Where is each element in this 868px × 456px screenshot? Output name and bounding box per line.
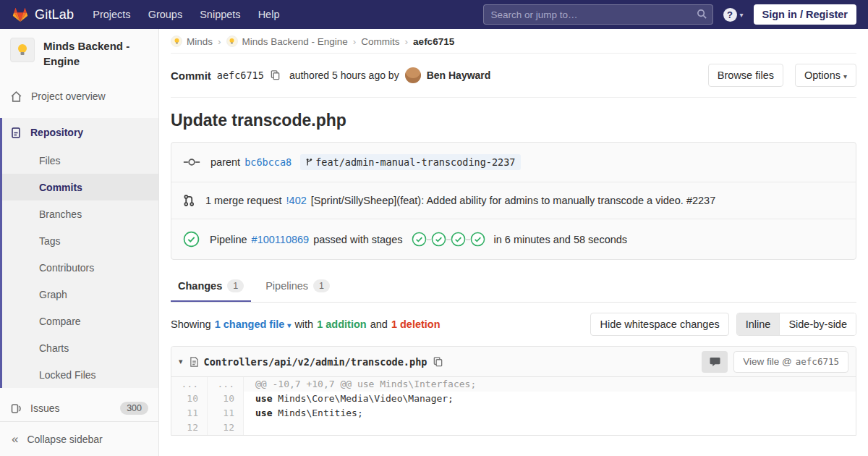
nav-item-projects[interactable]: Projects [93, 9, 130, 20]
nav-item-groups[interactable]: Groups [148, 9, 183, 20]
code-keyword: use [255, 408, 272, 418]
tab-changes[interactable]: Changes 1 [171, 271, 251, 302]
sidebar-item-issues[interactable]: Issues 300 [0, 394, 158, 423]
sidebar-item-graph[interactable]: Graph [2, 281, 158, 308]
view-file-sha: aefc6715 [796, 356, 839, 367]
commit-sha: aefc6715 [217, 69, 264, 81]
stage-passed-icon[interactable] [431, 232, 446, 247]
commit-header: Commit aefc6715 authored 5 hours ago by … [171, 54, 856, 98]
diff-view-toggle: Inline Side-by-side [736, 313, 856, 336]
chevron-down-icon: ▾ [843, 72, 847, 80]
collapse-label: Collapse sidebar [27, 434, 102, 445]
view-file-label: View file @ [743, 356, 791, 367]
pipeline-id-link[interactable]: #100110869 [252, 234, 310, 245]
inline-view-button[interactable]: Inline [737, 313, 780, 335]
new-line-number[interactable]: 11 [208, 406, 244, 421]
commit-label: Commit [171, 69, 211, 82]
tab-label: Changes [178, 280, 222, 292]
search-icon[interactable] [697, 9, 707, 22]
sign-in-button[interactable]: Sign in / Register [754, 4, 856, 25]
mr-title: [Sprint/SillySheep](feat): Added ability… [311, 195, 715, 206]
tab-pipelines[interactable]: Pipelines 1 [258, 271, 337, 302]
new-line-number: ... [208, 377, 244, 392]
breadcrumb-label: Minds Backend - Engine [242, 36, 348, 47]
hide-whitespace-button[interactable]: Hide whitespace changes [590, 313, 728, 336]
sidebar-item-charts[interactable]: Charts [2, 334, 158, 361]
options-button[interactable]: Options▾ [795, 64, 856, 87]
browse-files-button[interactable]: Browse files [708, 64, 783, 87]
tab-label: Pipelines [265, 280, 308, 292]
new-line-number[interactable]: 12 [208, 421, 244, 435]
copy-icon[interactable] [270, 69, 281, 81]
collapse-diff-icon[interactable]: ▾ [179, 357, 183, 366]
repository-section: Repository Files Commits Branches Tags C… [0, 118, 158, 388]
commit-icon [183, 157, 200, 167]
collapse-sidebar-button[interactable]: « Collapse sidebar [0, 421, 158, 456]
sidebar-item-repository[interactable]: Repository [2, 118, 158, 147]
sidebar-item-contributors[interactable]: Contributors [2, 254, 158, 281]
breadcrumb-commits[interactable]: Commits [361, 36, 399, 47]
merge-request-icon [183, 194, 195, 207]
options-label: Options [804, 69, 841, 81]
brand-name[interactable]: GitLab [35, 7, 74, 22]
sidebar-item-tags[interactable]: Tags [2, 227, 158, 254]
parent-sha-link[interactable]: bc6bcca8 [244, 156, 292, 168]
deletions-count: 1 deletion [391, 318, 441, 330]
stage-passed-icon[interactable] [451, 232, 466, 247]
hunk-header-text: @@ -10,7 +10,7 @@ use Minds\Interfaces; [244, 377, 476, 392]
stage-passed-icon[interactable] [470, 232, 485, 247]
sidebar-item-locked-files[interactable]: Locked Files [2, 361, 158, 388]
sidebar-item-commits[interactable]: Commits [2, 174, 158, 200]
nav-item-help[interactable]: Help [258, 9, 280, 20]
search-input[interactable] [483, 4, 713, 25]
view-file-button[interactable]: View file @ aefc6715 [733, 351, 848, 373]
old-line-number[interactable]: 12 [171, 421, 208, 435]
code-line: use Minds\Core\Media\Video\Manager; [244, 392, 454, 406]
pipelines-count-badge: 1 [313, 279, 330, 292]
authored-text: authored 5 hours ago by [289, 69, 399, 81]
project-mini-avatar [226, 35, 238, 47]
additions-count: 1 addition [317, 318, 366, 330]
project-title[interactable]: Minds Backend - Engine [43, 38, 148, 69]
code-line: use Minds\Entities; [244, 406, 363, 421]
code-line [244, 421, 255, 435]
changed-files-dropdown[interactable]: 1 changed file ▾ [215, 318, 292, 330]
sidebar-item-branches[interactable]: Branches [2, 200, 158, 227]
pipeline-label: Pipeline [210, 234, 247, 245]
project-header[interactable]: Minds Backend - Engine [0, 29, 158, 76]
stage-passed-icon[interactable] [412, 232, 427, 247]
breadcrumb-label: Commits [361, 36, 399, 47]
sidebar: Minds Backend - Engine Project overview … [0, 29, 159, 456]
copy-path-icon[interactable] [433, 356, 443, 368]
side-by-side-view-button[interactable]: Side-by-side [779, 313, 856, 335]
breadcrumb-minds[interactable]: Minds [171, 35, 213, 47]
mr-link[interactable]: !402 [286, 195, 307, 206]
sidebar-item-files[interactable]: Files [2, 147, 158, 174]
breadcrumb-separator: › [218, 36, 221, 47]
breadcrumb: Minds › Minds Backend - Engine › Commits… [171, 29, 856, 54]
chevron-down-icon: ▾ [287, 321, 291, 329]
author-avatar[interactable] [405, 67, 421, 83]
commit-tabs: Changes 1 Pipelines 1 [171, 271, 856, 303]
parent-row: parent bc6bcca8 feat/admin-manual-transc… [171, 143, 856, 182]
help-menu[interactable]: ? ▾ [723, 8, 744, 22]
new-line-number[interactable]: 10 [208, 392, 244, 406]
diff-line-row: 11 11 use Minds\Entities; [171, 406, 856, 421]
old-line-number[interactable]: 10 [171, 392, 208, 406]
sidebar-item-compare[interactable]: Compare [2, 308, 158, 334]
old-line-number[interactable]: 11 [171, 406, 208, 421]
document-icon [10, 127, 22, 139]
gitlab-logo[interactable]: GitLab [12, 7, 74, 23]
comment-button[interactable] [702, 351, 728, 373]
mr-count-text: 1 merge request [205, 195, 282, 206]
branch-badge[interactable]: feat/admin-manual-transcoding-2237 [300, 154, 520, 170]
gitlab-tanuki-icon [12, 7, 29, 23]
nav-item-snippets[interactable]: Snippets [200, 9, 240, 20]
breadcrumb-current-sha: aefc6715 [413, 36, 454, 47]
sidebar-item-project-overview[interactable]: Project overview [0, 82, 158, 111]
sidebar-item-label: Issues [30, 402, 59, 414]
author-name[interactable]: Ben Hayward [427, 69, 491, 81]
diff-file-path[interactable]: Controllers/api/v2/admin/transcode.php [204, 356, 427, 368]
breadcrumb-project[interactable]: Minds Backend - Engine [226, 35, 348, 47]
and-label: and [370, 318, 388, 330]
